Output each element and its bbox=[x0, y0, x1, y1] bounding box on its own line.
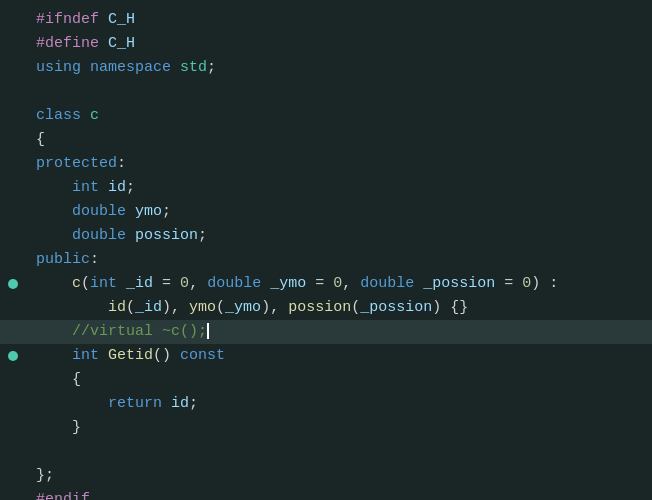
token-punctuation: ( bbox=[81, 275, 90, 292]
token-kw-type: int bbox=[72, 347, 99, 364]
token-punctuation: }; bbox=[36, 467, 54, 484]
token-plain bbox=[36, 179, 72, 196]
token-kw-type: int bbox=[72, 179, 99, 196]
token-func-name: ymo bbox=[189, 299, 216, 316]
token-number: 0 bbox=[522, 275, 531, 292]
token-plain bbox=[99, 179, 108, 196]
token-kw-preprocessor: #endif bbox=[36, 491, 90, 500]
token-identifier: id bbox=[171, 395, 189, 412]
token-kw-preprocessor: #ifndef bbox=[36, 11, 99, 28]
token-comment: //virtual ~c(); bbox=[36, 323, 207, 340]
token-kw-blue: using bbox=[36, 59, 81, 76]
token-plain bbox=[99, 35, 108, 52]
token-number: 0 bbox=[333, 275, 342, 292]
code-line: class c bbox=[0, 104, 652, 128]
token-func-name: c bbox=[72, 275, 81, 292]
line-content: double possion; bbox=[26, 224, 652, 247]
token-plain bbox=[261, 275, 270, 292]
token-plain bbox=[36, 395, 108, 412]
token-func-name: id bbox=[108, 299, 126, 316]
line-content: #ifndef C_H bbox=[26, 8, 652, 31]
token-plain: = bbox=[306, 275, 333, 292]
token-punctuation: ; bbox=[126, 179, 135, 196]
token-punctuation: , bbox=[342, 275, 360, 292]
token-identifier: _id bbox=[126, 275, 153, 292]
code-line: return id; bbox=[0, 392, 652, 416]
token-plain bbox=[36, 299, 108, 316]
token-kw-type: double bbox=[207, 275, 261, 292]
line-content: { bbox=[26, 368, 652, 391]
token-identifier: _id bbox=[135, 299, 162, 316]
token-punctuation: ; bbox=[189, 395, 198, 412]
code-line bbox=[0, 80, 652, 104]
token-plain bbox=[414, 275, 423, 292]
token-identifier: ymo bbox=[135, 203, 162, 220]
token-plain: = bbox=[153, 275, 180, 292]
token-kw-type: int bbox=[90, 275, 117, 292]
token-func-name: possion bbox=[288, 299, 351, 316]
token-punctuation: ; bbox=[162, 203, 171, 220]
code-line: #endif bbox=[0, 488, 652, 500]
token-identifier: _possion bbox=[360, 299, 432, 316]
token-punctuation: ; bbox=[198, 227, 207, 244]
token-plain bbox=[171, 59, 180, 76]
code-line: { bbox=[0, 368, 652, 392]
code-line: id(_id), ymo(_ymo), possion(_possion) {} bbox=[0, 296, 652, 320]
code-line: public: bbox=[0, 248, 652, 272]
code-line: int id; bbox=[0, 176, 652, 200]
token-identifier: _ymo bbox=[225, 299, 261, 316]
token-plain bbox=[36, 347, 72, 364]
line-content: { bbox=[26, 128, 652, 151]
token-punctuation: { bbox=[36, 131, 45, 148]
token-plain bbox=[99, 11, 108, 28]
line-content: #endif bbox=[26, 488, 652, 500]
text-cursor bbox=[207, 323, 209, 339]
token-kw-blue: class bbox=[36, 107, 81, 124]
line-gutter bbox=[8, 279, 26, 289]
code-line: c(int _id = 0, double _ymo = 0, double _… bbox=[0, 272, 652, 296]
token-plain bbox=[126, 203, 135, 220]
line-content: double ymo; bbox=[26, 200, 652, 223]
code-line: #ifndef C_H bbox=[0, 8, 652, 32]
code-line: #define C_H bbox=[0, 32, 652, 56]
token-number: 0 bbox=[180, 275, 189, 292]
token-kw-blue: const bbox=[180, 347, 225, 364]
line-content: } bbox=[26, 416, 652, 439]
code-line bbox=[0, 440, 652, 464]
token-plain bbox=[81, 59, 90, 76]
token-kw-blue: public bbox=[36, 251, 90, 268]
code-line: { bbox=[0, 128, 652, 152]
line-content: id(_id), ymo(_ymo), possion(_possion) {} bbox=[26, 296, 652, 319]
token-kw-type: double bbox=[360, 275, 414, 292]
line-gutter bbox=[8, 351, 26, 361]
token-plain bbox=[36, 275, 72, 292]
token-kw-blue: return bbox=[108, 395, 162, 412]
code-line: //virtual ~c(); bbox=[0, 320, 652, 344]
token-punctuation: () bbox=[153, 347, 180, 364]
code-editor[interactable]: #ifndef C_H#define C_Husing namespace st… bbox=[0, 0, 652, 500]
line-content: //virtual ~c(); bbox=[26, 320, 652, 343]
token-kw-type: double bbox=[72, 227, 126, 244]
token-identifier: _ymo bbox=[270, 275, 306, 292]
token-plain bbox=[126, 227, 135, 244]
code-line: double possion; bbox=[0, 224, 652, 248]
line-content: int Getid() const bbox=[26, 344, 652, 367]
line-content: class c bbox=[26, 104, 652, 127]
token-macro-name: C_H bbox=[108, 35, 135, 52]
token-identifier: _possion bbox=[423, 275, 495, 292]
token-kw-namespace: std bbox=[180, 59, 207, 76]
token-plain bbox=[117, 275, 126, 292]
code-line: int Getid() const bbox=[0, 344, 652, 368]
token-plain: = bbox=[495, 275, 522, 292]
token-plain bbox=[36, 227, 72, 244]
code-line: }; bbox=[0, 464, 652, 488]
line-content: #define C_H bbox=[26, 32, 652, 55]
token-punctuation: } bbox=[36, 419, 81, 436]
token-plain bbox=[81, 107, 90, 124]
token-macro-name: C_H bbox=[108, 11, 135, 28]
breakpoint-dot bbox=[8, 351, 18, 361]
token-punctuation: ) : bbox=[531, 275, 558, 292]
token-punctuation: ) {} bbox=[432, 299, 468, 316]
token-plain bbox=[162, 395, 171, 412]
breakpoint-dot bbox=[8, 279, 18, 289]
